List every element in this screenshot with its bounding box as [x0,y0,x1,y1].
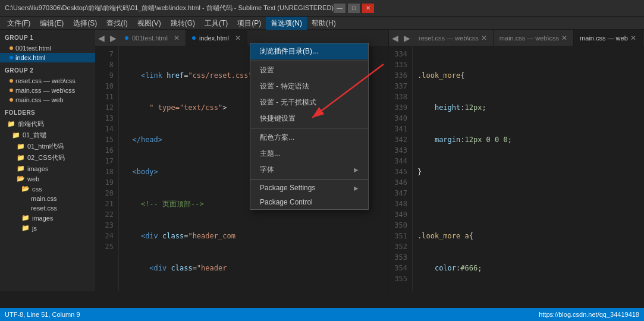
right-panel: ◀ ▶ reset.css — web\css ✕ main.css — web… [388,30,644,291]
folder-icon: 📁 [21,224,30,232]
folder-icon: 📂 [17,175,25,182]
dropdown-item-font[interactable]: 字体 ▶ [250,162,368,178]
submenu-arrow: ▶ [354,166,359,173]
dropdown-item-package-control[interactable]: Package Control [250,195,368,209]
right-tab-bar: ◀ ▶ reset.css — web\css ✕ main.css — web… [389,30,644,46]
right-line-numbers: 334335336337338 339340341342343 34434534… [389,46,413,291]
tab-nav-left[interactable]: ◀ [95,30,107,46]
tab-close-index[interactable]: ✕ [235,34,241,42]
status-encoding: UTF-8, Line 51, Column 9 [5,311,539,318]
dot-icon [10,79,13,83]
tab-close-main-web[interactable]: ✕ [630,34,636,42]
title-bar: C:\Users\liu970306\Desktop\前端\前端代码\01_前端… [0,0,644,17]
dropdown-separator2 [250,128,368,128]
file-main-css[interactable]: main.css [0,194,95,203]
sidebar-item-001test[interactable]: 001test.html [0,43,95,53]
dropdown-menu: 浏览插件目录(B)... 设置 设置 - 特定语法 设置 - 无干扰模式 快捷键… [250,43,369,210]
tab-main-css-webcss[interactable]: main.css — web\css ✕ [494,30,574,46]
right-tab-nav-left[interactable]: ◀ [389,30,401,46]
dropdown-item-colorscheme[interactable]: 配色方案... [250,130,368,146]
status-url: https://blog.csdn.net/qq_34419418 [539,311,639,318]
dropdown-separator3 [250,179,368,180]
menu-goto[interactable]: 跳转(G) [166,17,200,30]
tab-reset-css[interactable]: reset.css — web\css ✕ [413,30,494,46]
tab-001test[interactable]: 001test.html ✕ [119,30,186,46]
file-reset-css[interactable]: reset.css [0,203,95,213]
dropdown-item-settings-syntax[interactable]: 设置 - 特定语法 [250,78,368,95]
menu-edit[interactable]: 编辑(E) [35,17,68,30]
menu-view[interactable]: 视图(V) [133,17,166,30]
tab-close-001test[interactable]: ✕ [174,34,180,42]
right-tab-nav-right[interactable]: ▶ [401,30,413,46]
folder-icon: 📁 [12,131,20,139]
folder-js[interactable]: 📁 js [0,223,95,233]
folder-web[interactable]: 📂 web [0,174,95,184]
dropdown-item-settings-distract[interactable]: 设置 - 无干扰模式 [250,95,368,111]
right-code-editor[interactable]: 334335336337338 339340341342343 34434534… [389,46,644,291]
folder-icon: 📁 [21,214,30,222]
tab-dot [125,36,128,40]
dropdown-item-browse[interactable]: 浏览插件目录(B)... [250,43,368,59]
folder-02css[interactable]: 📁 02_CSS代码 [0,152,95,163]
folder-css[interactable]: 📂 css [0,184,95,194]
menu-file[interactable]: 文件(F) [2,17,35,30]
menu-project[interactable]: 项目(P) [233,17,266,30]
dot-icon [10,56,13,59]
folder-icon: 📁 [17,143,25,150]
folder-images1[interactable]: 📁 images [0,163,95,174]
dropdown-item-theme[interactable]: 主题... [250,146,368,162]
dropdown-separator [250,61,368,61]
tab-close-main-webcss[interactable]: ✕ [561,34,567,42]
menu-bar: 文件(F) 编辑(E) 选择(S) 查找(I) 视图(V) 跳转(G) 工具(T… [0,17,644,30]
status-bar: UTF-8, Line 51, Column 9 https://blog.cs… [0,308,644,321]
dropdown-item-package-settings[interactable]: Package Settings ▶ [250,181,368,195]
group1-header: GROUP 1 [0,32,95,43]
folder-icon: 📁 [7,120,15,128]
right-code-text: .look_more{ height:12px; margin:12px 0 0… [413,46,644,291]
menu-find[interactable]: 查找(I) [102,17,132,30]
close-button[interactable]: ✕ [362,4,374,13]
folder-01html[interactable]: 📁 01_html代码 [0,141,95,152]
title-text: C:\Users\liu970306\Desktop\前端\前端代码\01_前端… [5,4,334,12]
sidebar-item-main-css-web[interactable]: main.css — web [0,95,95,105]
folder-icon: 📁 [17,165,25,172]
sidebar-item-reset-css[interactable]: reset.css — web\css [0,76,95,86]
sidebar: GROUP 1 001test.html index.html GROUP 2 … [0,30,95,291]
dot-icon [10,89,13,92]
tab-dot [192,36,196,40]
submenu-arrow: ▶ [354,185,359,191]
folder-images2[interactable]: 📁 images [0,213,95,223]
tab-nav-right[interactable]: ▶ [107,30,119,46]
folders-header: FOLDERS [0,107,95,118]
menu-help[interactable]: 帮助(H) [307,17,341,30]
sidebar-item-index[interactable]: index.html [0,53,95,62]
group2-header: GROUP 2 [0,65,95,76]
dropdown-item-keybindings[interactable]: 快捷键设置 [250,111,368,127]
menu-tools[interactable]: 工具(T) [200,17,233,30]
menu-preferences[interactable]: 首选项(N) [266,17,307,30]
dropdown-item-settings[interactable]: 设置 [250,62,368,78]
tab-main-css-web[interactable]: main.css — web ✕ [574,30,643,46]
maximize-button[interactable]: □ [348,4,360,13]
tab-index-html[interactable]: index.html ✕ [186,30,247,46]
folder-icon: 📂 [21,185,30,193]
dot-icon [10,98,13,102]
dot-icon [10,46,13,50]
minimize-button[interactable]: — [334,4,345,13]
line-numbers: 7891011 1213141516 1718192021 22232425 [95,46,119,291]
folder-01qianduan[interactable]: 📁 01_前端 [0,130,95,141]
window-controls: — □ ✕ [334,4,374,13]
tab-close-reset[interactable]: ✕ [481,34,487,42]
folder-icon: 📁 [17,154,25,162]
menu-select[interactable]: 选择(S) [68,17,102,30]
sidebar-item-main-css-webcss[interactable]: main.css — web\css [0,86,95,95]
folder-qianduan[interactable]: 📁 前端代码 [0,118,95,130]
